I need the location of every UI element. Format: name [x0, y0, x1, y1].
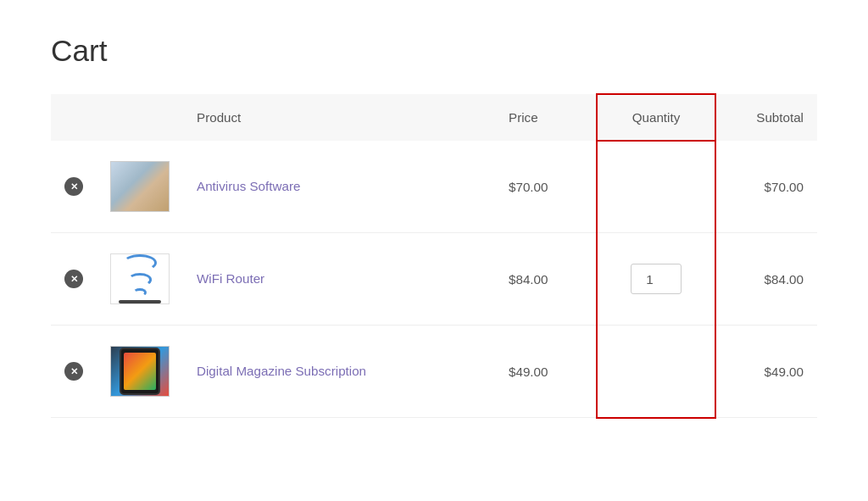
- product-link-magazine[interactable]: Digital Magazine Subscription: [197, 364, 366, 378]
- table-row: Digital Magazine Subscription $49.00 $49…: [51, 326, 817, 418]
- wifi-arc-medium: [128, 273, 152, 286]
- product-link-antivirus[interactable]: Antivirus Software: [197, 179, 300, 193]
- remove-button[interactable]: [64, 177, 83, 196]
- table-row: WiFi Router $84.00 $84.00: [51, 233, 817, 326]
- tablet-screen: [124, 353, 156, 390]
- product-image-wifi: [110, 253, 170, 304]
- wifi-arc-large: [123, 254, 157, 271]
- page-title: Cart: [51, 34, 817, 68]
- remove-icon: [64, 362, 83, 381]
- image-cell: [97, 326, 183, 418]
- price-cell: $70.00: [495, 141, 597, 233]
- remove-button[interactable]: [64, 270, 83, 288]
- image-cell: [97, 141, 183, 233]
- subtotal-cell: $49.00: [715, 326, 817, 418]
- router-base: [119, 300, 161, 303]
- remove-cell: [51, 141, 97, 233]
- cart-table: Product Price Quantity Subtotal Antiviru…: [51, 93, 817, 419]
- wifi-arc-small: [133, 288, 147, 297]
- quantity-cell-magazine: [597, 326, 715, 418]
- table-header-row: Product Price Quantity Subtotal: [51, 94, 817, 141]
- remove-icon: [64, 270, 83, 288]
- col-product-header: Product: [183, 94, 495, 141]
- product-link-wifi[interactable]: WiFi Router: [197, 271, 264, 286]
- col-remove-header: [51, 94, 97, 141]
- product-image-antivirus: [110, 161, 170, 212]
- product-name-cell: Digital Magazine Subscription: [183, 326, 495, 418]
- product-name-cell: WiFi Router: [183, 233, 495, 326]
- subtotal-cell: $84.00: [715, 233, 817, 326]
- col-image-header: [97, 94, 183, 141]
- quantity-input-wifi[interactable]: [631, 264, 682, 294]
- remove-cell: [51, 233, 97, 326]
- col-quantity-header: Quantity: [597, 94, 715, 141]
- remove-button[interactable]: [64, 362, 83, 381]
- price-cell: $84.00: [495, 233, 597, 326]
- remove-cell: [51, 326, 97, 418]
- col-subtotal-header: Subtotal: [715, 94, 817, 141]
- quantity-cell-antivirus: [597, 141, 715, 233]
- quantity-cell-wifi: [597, 233, 715, 326]
- remove-icon: [64, 177, 83, 196]
- product-name-cell: Antivirus Software: [183, 141, 495, 233]
- product-image-magazine: [110, 346, 170, 397]
- col-price-header: Price: [495, 94, 597, 141]
- subtotal-cell: $70.00: [715, 141, 817, 233]
- price-cell: $49.00: [495, 326, 597, 418]
- table-row: Antivirus Software $70.00 $70.00: [51, 141, 817, 233]
- image-cell: [97, 233, 183, 326]
- tablet-outer: [120, 348, 160, 395]
